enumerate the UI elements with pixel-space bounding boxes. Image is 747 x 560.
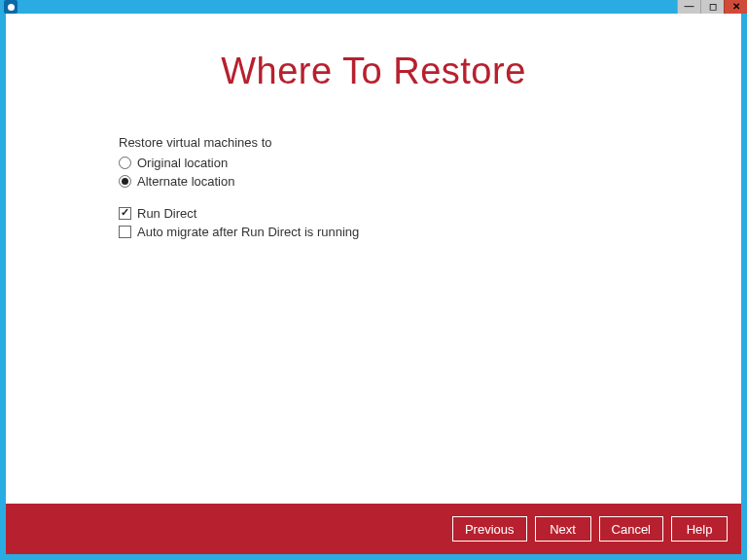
maximize-icon: ◻	[709, 2, 717, 12]
checkbox-icon	[119, 226, 131, 238]
radio-original-location[interactable]: Original location	[119, 156, 741, 170]
previous-button[interactable]: Previous	[452, 516, 527, 542]
radio-icon	[119, 175, 131, 188]
minimize-icon: —	[685, 2, 694, 12]
help-button[interactable]: Help	[671, 516, 728, 542]
content-frame: Where To Restore Restore virtual machine…	[6, 14, 741, 554]
checkbox-label: Auto migrate after Run Direct is running	[137, 225, 359, 239]
cancel-button[interactable]: Cancel	[599, 516, 663, 542]
maximize-button[interactable]: ◻	[700, 0, 724, 14]
radio-label: Original location	[137, 156, 228, 170]
minimize-button[interactable]: —	[677, 0, 700, 14]
checkbox-auto-migrate[interactable]: Auto migrate after Run Direct is running	[119, 225, 741, 239]
window-frame: — ◻ ✕ Where To Restore Restore virtual m…	[0, 0, 747, 560]
close-button[interactable]: ✕	[724, 0, 747, 14]
titlebar[interactable]: — ◻ ✕	[0, 0, 747, 14]
footer-bar: Previous Next Cancel Help	[6, 504, 741, 554]
window-controls: — ◻ ✕	[677, 0, 747, 14]
checkbox-label: Run Direct	[137, 206, 196, 221]
app-icon	[4, 0, 18, 14]
form-area: Restore virtual machines to Original loc…	[119, 135, 741, 239]
close-icon: ✕	[732, 2, 740, 12]
page-title: Where To Restore	[6, 51, 741, 92]
checkbox-icon	[119, 207, 131, 220]
checkbox-run-direct[interactable]: Run Direct	[119, 206, 741, 221]
radio-icon	[119, 157, 131, 169]
radio-alternate-location[interactable]: Alternate location	[119, 174, 741, 189]
next-button[interactable]: Next	[535, 516, 591, 542]
radio-label: Alternate location	[137, 174, 234, 189]
section-label: Restore virtual machines to	[119, 135, 741, 150]
